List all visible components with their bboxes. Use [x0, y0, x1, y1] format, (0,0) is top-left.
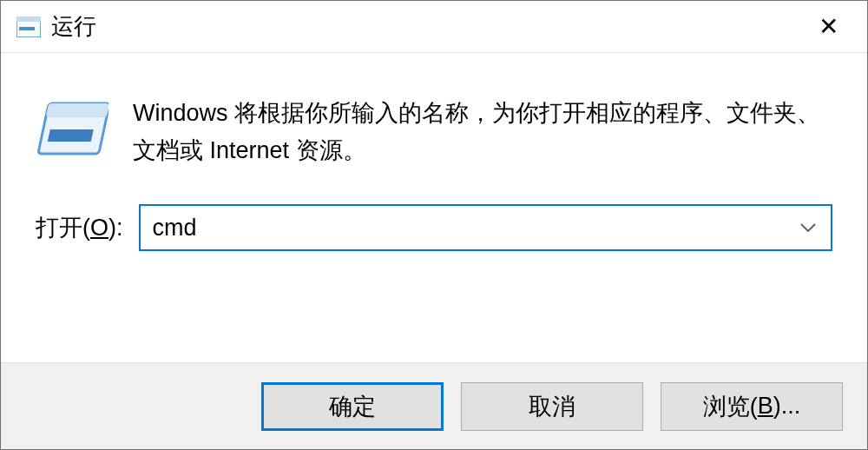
run-dialog: 运行 ✕ Windows 将根据你所输入的名称，为你打开相应的程序、文件夹、文档… — [0, 0, 868, 450]
open-combobox[interactable] — [139, 204, 832, 251]
open-label-suffix: ): — [108, 215, 123, 241]
open-hotkey: O — [90, 215, 108, 241]
run-icon — [16, 15, 41, 39]
open-label: 打开(O): — [36, 212, 123, 243]
button-bar: 确定 取消 浏览(B)... — [1, 362, 867, 449]
browse-hotkey: B — [758, 393, 773, 420]
combobox-dropdown-button[interactable] — [786, 206, 831, 249]
description-row: Windows 将根据你所输入的名称，为你打开相应的程序、文件夹、文档或 Int… — [36, 95, 832, 169]
open-input[interactable] — [141, 206, 786, 249]
cancel-button[interactable]: 取消 — [461, 382, 643, 431]
title-bar: 运行 ✕ — [1, 1, 867, 53]
window-title: 运行 — [51, 11, 96, 42]
cancel-label: 取消 — [529, 391, 575, 422]
svg-rect-4 — [46, 103, 108, 117]
svg-rect-5 — [48, 129, 94, 142]
browse-prefix: 浏览( — [703, 391, 758, 422]
run-large-icon — [36, 100, 108, 164]
ok-button[interactable]: 确定 — [261, 382, 444, 431]
svg-rect-2 — [19, 27, 35, 30]
ok-label: 确定 — [329, 391, 376, 422]
open-row: 打开(O): — [36, 204, 832, 251]
description-text: Windows 将根据你所输入的名称，为你打开相应的程序、文件夹、文档或 Int… — [133, 95, 832, 169]
svg-rect-1 — [16, 17, 41, 22]
chevron-down-icon — [799, 222, 817, 233]
browse-button[interactable]: 浏览(B)... — [661, 382, 843, 431]
close-icon: ✕ — [819, 12, 838, 41]
dialog-body: Windows 将根据你所输入的名称，为你打开相应的程序、文件夹、文档或 Int… — [1, 53, 867, 362]
close-button[interactable]: ✕ — [789, 1, 867, 52]
title-bar-left: 运行 — [16, 11, 96, 42]
browse-suffix: )... — [773, 393, 801, 420]
open-label-prefix: 打开( — [36, 215, 90, 241]
